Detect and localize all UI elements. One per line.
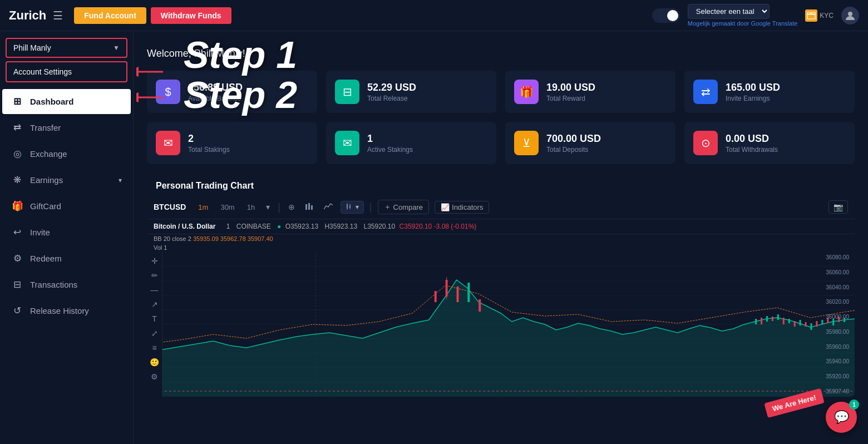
sidebar-item-transactions[interactable]: ⊟ Transactions bbox=[2, 272, 131, 297]
svg-rect-34 bbox=[811, 323, 812, 330]
sidebar-label-earnings: Earnings bbox=[30, 175, 112, 185]
chart-tf-1h[interactable]: 1h bbox=[244, 202, 258, 213]
chart-svg bbox=[147, 252, 855, 397]
chat-bubble[interactable]: 💬 1 bbox=[826, 402, 857, 433]
svg-rect-36 bbox=[821, 320, 823, 324]
stat-icon-available-balance: $ bbox=[156, 80, 180, 104]
trend-line-icon[interactable]: ↗ bbox=[151, 300, 158, 309]
stat-info-total-release: 52.29 USD Total Release bbox=[367, 82, 416, 102]
chart-toolbar: BTCUSD 1m 30m 1h ▾ | ⊕ ▾ bbox=[147, 195, 855, 219]
emoji-icon[interactable]: 🙂 bbox=[150, 358, 159, 367]
stat-value-total-release: 52.29 USD bbox=[367, 82, 416, 93]
svg-rect-31 bbox=[794, 321, 796, 327]
chart-high: H35923.13 bbox=[324, 223, 357, 230]
crosshair-icon[interactable]: ⊕ bbox=[286, 201, 297, 213]
svg-rect-33 bbox=[805, 322, 807, 327]
chart-tf-1m[interactable]: 1m bbox=[195, 202, 211, 213]
chart-title: Personal Trading Chart bbox=[147, 173, 855, 195]
sidebar-item-release-history[interactable]: ↺ Release History bbox=[2, 298, 131, 323]
live-dot: ● bbox=[277, 223, 281, 230]
hamburger-icon[interactable]: ☰ bbox=[53, 9, 63, 22]
chart-type-dropdown[interactable]: ▾ bbox=[341, 201, 364, 214]
chat-badge: 1 bbox=[849, 399, 859, 410]
stat-label-total-deposits: Total Deposits bbox=[546, 146, 601, 154]
chart-symbol: BTCUSD bbox=[154, 203, 186, 211]
welcome-message: Welcome, Phill Manly! bbox=[147, 48, 855, 60]
chart-section: Personal Trading Chart BTCUSD 1m 30m 1h … bbox=[147, 173, 855, 397]
stat-info-invite-earnings: 165.00 USD Invite Earnings bbox=[726, 82, 780, 102]
stat-card-total-stakings: ✉ 2 Total Stakings bbox=[147, 122, 317, 164]
stat-value-invite-earnings: 165.00 USD bbox=[726, 82, 780, 93]
stat-card-available-balance: $ 156.89 USD Available Balance bbox=[147, 71, 317, 113]
sidebar-item-dashboard[interactable]: ⊞ Dashboard bbox=[2, 89, 131, 114]
indicators-button[interactable]: 📈 Indicators bbox=[435, 201, 489, 214]
stat-icon-invite-earnings: ⇄ bbox=[693, 80, 718, 104]
stat-card-total-reward: 🎁 19.00 USD Total Reward bbox=[505, 71, 675, 113]
svg-rect-2 bbox=[308, 203, 310, 210]
chart-tf-30m[interactable]: 30m bbox=[217, 202, 238, 213]
kyc-badge[interactable]: KYC bbox=[805, 9, 834, 22]
google-translate-credit: Mogelijk gemaakt door Google Translate bbox=[688, 20, 798, 27]
horizontal-line-icon[interactable]: — bbox=[151, 285, 159, 294]
svg-rect-37 bbox=[827, 318, 828, 323]
sidebar-item-earnings[interactable]: ❋ Earnings ▾ bbox=[2, 167, 131, 193]
compare-button[interactable]: ＋ Compare bbox=[378, 200, 429, 214]
user-dropdown[interactable]: Phill Manly ▼ bbox=[6, 38, 127, 58]
top-navigation: Zurich ☰ Fund Account Withdraw Funds Sel… bbox=[0, 0, 868, 31]
screenshot-button[interactable]: 📷 bbox=[828, 200, 848, 214]
stat-card-invite-earnings: ⇄ 165.00 USD Invite Earnings bbox=[684, 71, 855, 113]
stats-row-1: $ 156.89 USD Available Balance ⊟ 52.29 U… bbox=[147, 71, 855, 113]
language-selector[interactable]: Selecteer een taal bbox=[688, 4, 770, 19]
measure-icon[interactable]: ⤢ bbox=[151, 329, 158, 338]
sidebar-label-invite: Invite bbox=[30, 228, 122, 237]
chart-canvas[interactable]: 36080.0036060.0036040.0036020.0036000.00… bbox=[147, 252, 855, 397]
chart-pair: Bitcoin / U.S. Dollar bbox=[154, 223, 215, 230]
chart-vol-bar: Vol 1 bbox=[147, 243, 855, 252]
stat-icon-total-reward: 🎁 bbox=[514, 80, 539, 104]
svg-rect-22 bbox=[467, 283, 470, 302]
kyc-label: KYC bbox=[820, 12, 834, 19]
svg-rect-40 bbox=[844, 318, 845, 322]
fund-account-button[interactable]: Fund Account bbox=[74, 7, 146, 24]
crosshair-tool-icon[interactable]: ✛ bbox=[151, 256, 158, 265]
account-settings-box[interactable]: Account Settings bbox=[6, 61, 127, 82]
user-avatar-icon[interactable] bbox=[841, 7, 859, 24]
line-chart-icon[interactable] bbox=[322, 201, 335, 213]
sidebar-navigation: ⊞ Dashboard ⇄ Transfer ◎ Exchange ❋ Earn… bbox=[0, 88, 133, 324]
pencil-tool-icon[interactable]: ✏ bbox=[151, 271, 158, 280]
stat-info-total-withdrawals: 0.00 USD Total Withdrawals bbox=[726, 133, 778, 154]
chat-icon: 💬 bbox=[834, 410, 849, 425]
stat-value-total-withdrawals: 0.00 USD bbox=[726, 133, 778, 145]
release-history-icon: ↺ bbox=[11, 305, 23, 317]
stat-label-total-release: Total Release bbox=[367, 95, 416, 102]
sidebar-item-exchange[interactable]: ◎ Exchange bbox=[2, 141, 131, 166]
chart-exchange: COINBASE bbox=[236, 223, 271, 230]
svg-point-0 bbox=[848, 12, 852, 16]
sidebar-label-giftcard: GiftCard bbox=[30, 201, 122, 211]
stat-icon-total-deposits: ⊻ bbox=[514, 131, 539, 155]
stat-value-total-deposits: 700.00 USD bbox=[546, 133, 601, 145]
chevron-down-icon: ▼ bbox=[113, 44, 120, 52]
sidebar-item-transfer[interactable]: ⇄ Transfer bbox=[2, 115, 131, 140]
withdraw-funds-button[interactable]: Withdraw Funds bbox=[151, 7, 231, 24]
sidebar-item-giftcard[interactable]: 🎁 GiftCard bbox=[2, 194, 131, 219]
svg-rect-29 bbox=[783, 318, 785, 324]
chart-info-bar: Bitcoin / U.S. Dollar 1 COINBASE ● O3592… bbox=[147, 219, 855, 234]
bar-chart-icon[interactable] bbox=[303, 201, 316, 213]
sidebar-item-invite[interactable]: ↩ Invite bbox=[2, 220, 131, 245]
theme-toggle[interactable] bbox=[652, 8, 680, 23]
main-layout: Phill Manly ▼ Account Settings ⊞ Dashboa… bbox=[0, 31, 868, 444]
svg-rect-20 bbox=[435, 291, 437, 302]
text-tool-icon[interactable]: T bbox=[152, 314, 157, 323]
sidebar-item-redeem[interactable]: ⚙ Redeem bbox=[2, 246, 131, 271]
multi-line-icon[interactable]: ≡ bbox=[152, 343, 156, 352]
stat-value-total-reward: 19.00 USD bbox=[546, 82, 595, 93]
stat-icon-total-release: ⊟ bbox=[335, 80, 359, 104]
svg-rect-23 bbox=[479, 299, 481, 312]
main-content: Step 1 Step 2 Welcome, Phill Manly! $ 15… bbox=[134, 31, 868, 444]
svg-rect-24 bbox=[755, 319, 757, 324]
chevron-down-icon[interactable]: ▾ bbox=[264, 201, 272, 213]
settings-tool-icon[interactable]: ⚙ bbox=[151, 372, 158, 381]
stat-label-active-stakings: Active Stakings bbox=[367, 146, 413, 154]
svg-rect-27 bbox=[772, 317, 773, 321]
